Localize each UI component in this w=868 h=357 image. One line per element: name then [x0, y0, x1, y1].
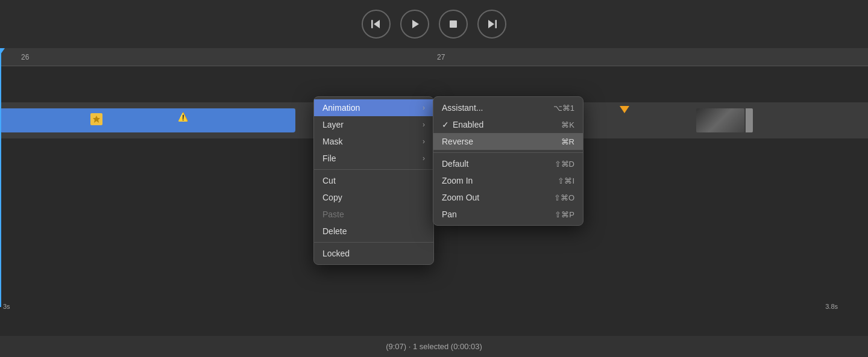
clip-warning-icon: ⚠️ — [178, 112, 188, 122]
status-bar: (9:07) · 1 selected (0:00:03) — [0, 336, 868, 357]
status-text: (9:07) · 1 selected (0:00:03) — [386, 342, 482, 351]
clip-keyframe-icon — [90, 113, 102, 125]
menu-item-animation-label: Animation — [322, 103, 360, 113]
clip-right-handle[interactable] — [746, 108, 753, 132]
menu-item-paste-label: Paste — [322, 210, 344, 219]
secondary-context-menu: Assistant... ⌥⌘1 ✓ Enabled ⌘K Reverse ⌘R… — [433, 96, 583, 226]
time-marker-end: 3.8s — [825, 303, 838, 310]
menu-item-delete-label: Delete — [322, 226, 347, 236]
menu-item-pan-label: Pan — [442, 210, 457, 219]
menu-item-file[interactable]: File › — [314, 150, 433, 167]
menu-item-file-label: File — [322, 154, 336, 163]
separator-1 — [314, 169, 433, 170]
clip-orange-marker — [620, 106, 629, 113]
menu-item-enabled-shortcut: ⌘K — [561, 120, 574, 129]
svg-rect-3 — [450, 20, 457, 28]
menu-item-animation-arrow: › — [423, 104, 425, 112]
thumbnail-image — [696, 108, 744, 132]
ruler-mark-26: 26 — [21, 53, 29, 61]
menu-item-default[interactable]: Default ⇧⌘D — [433, 155, 583, 172]
menu-item-default-label: Default — [442, 159, 468, 169]
menu-item-zoom-in-label: Zoom In — [442, 176, 473, 185]
menu-item-zoom-out-shortcut: ⇧⌘O — [554, 193, 574, 202]
play-button[interactable] — [400, 10, 429, 39]
svg-marker-4 — [488, 20, 494, 28]
skip-back-button[interactable] — [362, 10, 391, 39]
playhead-line — [0, 48, 1, 307]
menu-item-cut-label: Cut — [322, 176, 336, 185]
menu-item-copy-label: Copy — [322, 193, 342, 202]
menu-item-paste[interactable]: Paste — [314, 206, 433, 223]
menu-item-enabled[interactable]: ✓ Enabled ⌘K — [433, 116, 583, 133]
menu-item-file-arrow: › — [423, 154, 425, 163]
menu-item-reverse-label: Reverse — [442, 137, 473, 146]
separator-3 — [433, 152, 583, 153]
timeline-ruler: 26 27 — [0, 48, 868, 66]
clip-thumbnail[interactable] — [696, 108, 744, 132]
ruler-mark-27: 27 — [437, 53, 445, 61]
menu-item-mask-arrow: › — [423, 137, 425, 146]
menu-item-zoom-out[interactable]: Zoom Out ⇧⌘O — [433, 189, 583, 206]
svg-rect-5 — [495, 20, 497, 28]
skip-forward-button[interactable] — [477, 10, 506, 39]
time-marker-start: 3s — [3, 303, 10, 310]
menu-item-layer[interactable]: Layer › — [314, 116, 433, 133]
svg-rect-0 — [371, 20, 373, 28]
menu-item-mask-label: Mask — [322, 137, 342, 146]
menu-item-pan-shortcut: ⇧⌘P — [555, 210, 574, 219]
menu-item-zoom-out-label: Zoom Out — [442, 193, 479, 202]
menu-item-pan[interactable]: Pan ⇧⌘P — [433, 206, 583, 223]
menu-item-locked[interactable]: Locked — [314, 245, 433, 262]
menu-item-enabled-label: ✓ Enabled — [442, 120, 483, 129]
menu-item-zoom-in[interactable]: Zoom In ⇧⌘I — [433, 172, 583, 189]
playhead-marker[interactable] — [0, 48, 5, 54]
transport-bar — [0, 0, 868, 48]
menu-item-assistant[interactable]: Assistant... ⌥⌘1 — [433, 99, 583, 116]
menu-item-mask[interactable]: Mask › — [314, 133, 433, 150]
menu-item-reverse[interactable]: Reverse ⌘R — [433, 133, 583, 150]
menu-item-animation[interactable]: Animation › — [314, 99, 433, 116]
svg-marker-1 — [374, 20, 380, 28]
menu-item-assistant-shortcut: ⌥⌘1 — [553, 104, 574, 113]
separator-2 — [314, 242, 433, 243]
menu-item-reverse-shortcut: ⌘R — [561, 137, 574, 146]
svg-marker-6 — [93, 116, 100, 123]
stop-button[interactable] — [439, 10, 468, 39]
menu-item-cut[interactable]: Cut — [314, 172, 433, 189]
menu-item-layer-label: Layer — [322, 120, 344, 129]
primary-context-menu: Animation › Layer › Mask › File › Cut Co… — [313, 96, 434, 265]
menu-item-default-shortcut: ⇧⌘D — [555, 160, 574, 169]
menu-item-delete[interactable]: Delete — [314, 223, 433, 240]
menu-item-layer-arrow: › — [423, 120, 425, 129]
menu-item-assistant-label: Assistant... — [442, 103, 483, 113]
selected-clip[interactable] — [0, 108, 295, 132]
menu-item-locked-label: Locked — [322, 249, 350, 258]
menu-item-zoom-in-shortcut: ⇧⌘I — [558, 176, 574, 185]
menu-item-copy[interactable]: Copy — [314, 189, 433, 206]
svg-marker-2 — [412, 20, 419, 28]
